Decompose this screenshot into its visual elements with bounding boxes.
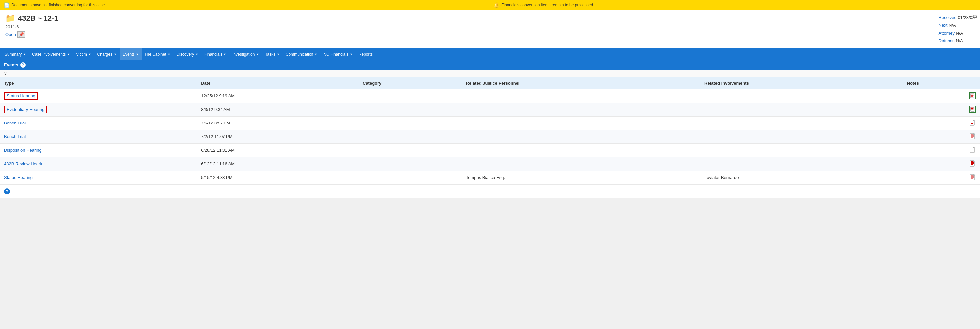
- nav-summary[interactable]: Summary ▼: [2, 48, 29, 60]
- event-notes-cell: [903, 103, 980, 116]
- open-link[interactable]: Open: [5, 32, 16, 37]
- attorney-value: N/A: [956, 30, 963, 35]
- event-category-cell: [359, 130, 462, 143]
- svg-rect-14: [971, 121, 973, 121]
- nav-reports[interactable]: Reports: [356, 48, 375, 60]
- nav-bar: Summary ▼ Case Involvements ▼ Victim ▼ C…: [0, 48, 980, 60]
- event-related-involvements-cell: [700, 157, 903, 171]
- file-cabinet-dropdown-arrow: ▼: [168, 53, 171, 56]
- event-type-link[interactable]: 432B Review Hearing: [4, 161, 46, 166]
- pin-icon[interactable]: 📌: [17, 31, 25, 38]
- note-icon[interactable]: [969, 146, 976, 154]
- nav-nc-financials[interactable]: NC Financials ▼: [321, 48, 355, 60]
- case-number: 2011-6: [5, 24, 59, 29]
- event-category-cell: [359, 116, 462, 130]
- event-related-involvements-cell: [700, 89, 903, 103]
- svg-rect-23: [971, 137, 973, 138]
- col-type: Type: [0, 77, 197, 89]
- footer: ?: [0, 184, 980, 197]
- nav-investigation[interactable]: Investigation ▼: [230, 48, 262, 60]
- svg-rect-41: [971, 178, 973, 179]
- case-header: 📁 432B ~ 12-1 2011-6 Open 📌 Received 01/…: [0, 10, 980, 48]
- event-type-link[interactable]: Bench Trial: [4, 121, 25, 126]
- svg-rect-22: [971, 136, 974, 137]
- external-link-icon[interactable]: ⧉: [973, 14, 977, 19]
- case-title-row: 📁 432B ~ 12-1: [5, 14, 59, 23]
- nav-file-cabinet[interactable]: File Cabinet ▼: [142, 48, 173, 60]
- table-row: Evidentiary Hearing8/3/12 9:34 AM: [0, 103, 980, 116]
- event-related-involvements-cell: [700, 130, 903, 143]
- discovery-dropdown-arrow: ▼: [195, 53, 198, 56]
- collapse-row[interactable]: ∨: [0, 70, 980, 77]
- footer-help-icon[interactable]: ?: [4, 188, 10, 194]
- svg-rect-20: [971, 134, 973, 135]
- event-date-cell: 6/28/12 11:31 AM: [197, 143, 359, 157]
- events-title: Events: [4, 62, 18, 67]
- svg-rect-33: [971, 162, 974, 163]
- col-related-involvements: Related Involvements: [700, 77, 903, 89]
- nav-discovery[interactable]: Discovery ▼: [174, 48, 201, 60]
- nav-victim[interactable]: Victim ▼: [73, 48, 94, 60]
- event-notes-cell: [903, 143, 980, 157]
- event-type-link[interactable]: Disposition Hearing: [4, 148, 41, 153]
- notification-financials: 🔔 Financials conversion items remain to …: [490, 0, 980, 10]
- event-type-cell: Disposition Hearing: [0, 143, 197, 157]
- table-row: Status Hearing5/15/12 4:33 PMTempus Bian…: [0, 171, 980, 184]
- event-related-justice-cell: [462, 116, 700, 130]
- victim-dropdown-arrow: ▼: [88, 53, 91, 56]
- nav-charges[interactable]: Charges ▼: [95, 48, 119, 60]
- notification-documents-text: Documents have not finished converting f…: [11, 3, 106, 7]
- event-date-cell: 8/3/12 9:34 AM: [197, 103, 359, 116]
- table-row: Status Hearing12/25/12 9:19 AM: [0, 89, 980, 103]
- attorney-row: Attorney N/A: [939, 29, 975, 37]
- event-type-cell: Evidentiary Hearing: [0, 103, 197, 116]
- event-type-cell: Status Hearing: [0, 89, 197, 103]
- nc-financials-dropdown-arrow: ▼: [350, 53, 353, 56]
- defense-label: Defense: [939, 38, 955, 43]
- table-row: Bench Trial7/6/12 3:57 PM: [0, 116, 980, 130]
- svg-rect-3: [971, 94, 974, 95]
- event-type-highlighted[interactable]: Status Hearing: [4, 92, 38, 100]
- event-category-cell: [359, 171, 462, 184]
- note-icon[interactable]: [969, 160, 976, 167]
- svg-rect-5: [971, 96, 973, 96]
- event-category-cell: [359, 103, 462, 116]
- svg-rect-40: [971, 177, 974, 178]
- nav-communication[interactable]: Communication ▼: [283, 48, 320, 60]
- note-icon[interactable]: [969, 92, 976, 99]
- case-open-row: Open 📌: [5, 31, 59, 38]
- event-type-highlighted[interactable]: Evidentiary Hearing: [4, 106, 47, 113]
- table-row: 432B Review Hearing6/12/12 11:16 AM: [0, 157, 980, 171]
- event-type-link[interactable]: Status Hearing: [4, 175, 33, 180]
- note-icon[interactable]: [969, 119, 976, 127]
- table-row: Bench Trial7/2/12 11:07 PM: [0, 130, 980, 143]
- note-icon[interactable]: [969, 133, 976, 140]
- event-date-cell: 12/25/12 9:19 AM: [197, 89, 359, 103]
- event-date-cell: 7/6/12 3:57 PM: [197, 116, 359, 130]
- nav-case-involvements[interactable]: Case Involvements ▼: [29, 48, 73, 60]
- tasks-dropdown-arrow: ▼: [277, 53, 280, 56]
- received-value: 01/23/08: [958, 15, 975, 20]
- defense-row: Defense N/A: [939, 37, 975, 45]
- note-icon[interactable]: [969, 174, 976, 181]
- svg-rect-17: [971, 124, 973, 124]
- next-value: N/A: [949, 22, 956, 27]
- svg-rect-34: [971, 163, 974, 164]
- svg-rect-15: [971, 121, 974, 122]
- nav-tasks[interactable]: Tasks ▼: [262, 48, 282, 60]
- col-related-justice: Related Justice Personnel: [462, 77, 700, 89]
- nav-events[interactable]: Events ▼: [120, 48, 142, 60]
- nav-financials[interactable]: Financials ▼: [202, 48, 229, 60]
- attorney-label: Attorney: [939, 30, 955, 35]
- event-related-justice-cell: [462, 103, 700, 116]
- svg-rect-39: [971, 176, 974, 176]
- note-icon[interactable]: [969, 106, 976, 113]
- col-notes: Notes: [903, 77, 980, 89]
- events-help-icon[interactable]: ?: [20, 62, 25, 68]
- svg-rect-27: [971, 149, 974, 149]
- event-type-link[interactable]: Bench Trial: [4, 134, 25, 139]
- event-type-cell: Status Hearing: [0, 171, 197, 184]
- col-category: Category: [359, 77, 462, 89]
- svg-rect-26: [971, 148, 973, 148]
- event-category-cell: [359, 157, 462, 171]
